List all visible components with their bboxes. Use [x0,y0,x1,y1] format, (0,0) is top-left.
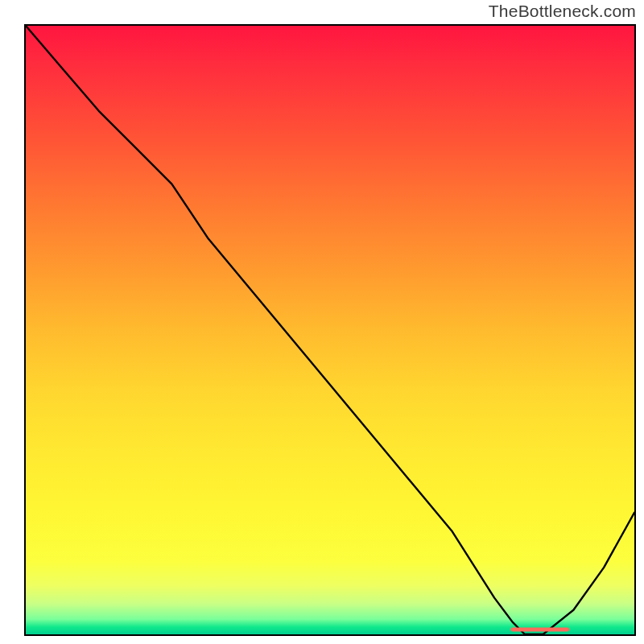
chart-container: TheBottleneck.com [0,0,644,644]
chart-overlay [26,26,634,634]
bottleneck-curve [26,26,634,634]
plot-area [24,24,636,636]
watermark-text: TheBottleneck.com [489,2,636,21]
